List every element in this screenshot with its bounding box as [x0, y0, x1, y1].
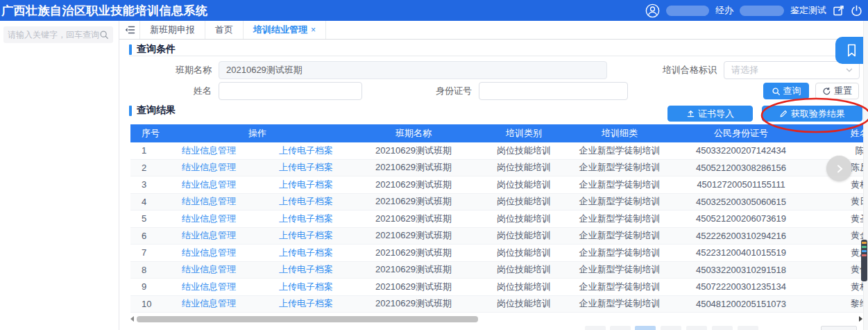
- pagination-button[interactable]: [686, 326, 707, 330]
- table-row: 6 结业信息管理 上传电子档案 20210629测试班期 岗位技能培训 企业新型…: [130, 228, 864, 245]
- person-name-input[interactable]: [219, 82, 362, 100]
- cell-category: 岗位技能培训: [483, 142, 565, 159]
- cell-id-number: 450325200305060615: [674, 194, 808, 211]
- scroll-next-circle-button[interactable]: [826, 156, 852, 181]
- env-label: 鉴定测试: [790, 4, 826, 17]
- cell-actions: 结业信息管理 上传电子档案: [171, 245, 344, 261]
- pagination-button[interactable]: [738, 326, 758, 330]
- class-name-label: 班期名称: [149, 61, 212, 79]
- graduation-info-link[interactable]: 结业信息管理: [182, 145, 236, 157]
- cell-class-name: 20210629测试班期: [344, 211, 483, 227]
- horizontal-scrollbar[interactable]: [130, 315, 864, 323]
- cell-seq: 8: [130, 262, 171, 279]
- upload-archive-link[interactable]: 上传电子档案: [279, 145, 333, 157]
- table-row: 4 结业信息管理 上传电子档案 20210629测试班期 岗位技能培训 企业新型…: [130, 194, 864, 211]
- cell-actions: 结业信息管理 上传电子档案: [171, 228, 344, 245]
- cell-subcategory: 企业新型学徒制培训: [565, 176, 674, 193]
- cell-id-number: 450521200308286156: [674, 160, 808, 176]
- upload-archive-link[interactable]: 上传电子档案: [279, 179, 333, 191]
- search-button[interactable]: 查询: [763, 83, 809, 99]
- sidebar-search-input[interactable]: [8, 30, 99, 40]
- pagination-button[interactable]: [610, 326, 631, 330]
- redacted-user-name: [666, 6, 709, 16]
- cell-id-number: 450332200207142434: [674, 142, 808, 159]
- section-accent-bar: [129, 44, 132, 55]
- cell-class-name: 20210629测试班期: [344, 194, 483, 211]
- scroll-right-icon[interactable]: [859, 316, 862, 322]
- horizontal-scrollbar-thumb[interactable]: [137, 316, 478, 322]
- cell-seq: 2: [130, 160, 171, 176]
- graduation-info-link[interactable]: 结业信息管理: [182, 247, 236, 259]
- pagination-current-page[interactable]: [635, 326, 656, 330]
- upload-archive-link[interactable]: 上传电子档案: [279, 297, 333, 310]
- cell-id-number: 450722200301235134: [674, 279, 808, 295]
- graduation-info-link[interactable]: 结业信息管理: [182, 195, 236, 208]
- cell-actions: 结业信息管理 上传电子档案: [171, 160, 344, 176]
- upload-archive-link[interactable]: 上传电子档案: [279, 213, 333, 225]
- upload-archive-link[interactable]: 上传电子档案: [279, 281, 333, 293]
- cell-category: 岗位技能培训: [483, 194, 565, 211]
- close-tab-icon[interactable]: ×: [311, 25, 316, 35]
- cell-actions: 结业信息管理 上传电子档案: [171, 296, 344, 313]
- cell-category: 岗位技能培训: [483, 296, 565, 313]
- upload-archive-link[interactable]: 上传电子档案: [279, 247, 333, 259]
- cell-seq: 9: [130, 279, 171, 295]
- pagination-button[interactable]: [585, 326, 606, 330]
- upload-archive-link[interactable]: 上传电子档案: [279, 161, 333, 174]
- graduation-info-link[interactable]: 结业信息管理: [182, 229, 236, 242]
- chevron-right-icon: [834, 163, 845, 174]
- cell-class-name: 20210629测试班期: [344, 176, 483, 193]
- refresh-icon: [822, 87, 831, 96]
- cell-actions: 结业信息管理 上传电子档案: [171, 176, 344, 193]
- cell-class-name: 20210629测试班期: [344, 245, 483, 261]
- tab-new-class-application[interactable]: 新班期申报: [140, 21, 205, 39]
- certificate-import-button[interactable]: 证书导入: [667, 106, 753, 122]
- results-table: 序号 操作 班期名称 培训类别 培训细类 公民身份证号 姓名 1 结业信息管理 …: [130, 124, 864, 313]
- vertical-scrollbar-track[interactable]: [863, 21, 868, 330]
- graduation-info-link[interactable]: 结业信息管理: [182, 161, 236, 174]
- graduation-info-link[interactable]: 结业信息管理: [182, 263, 236, 276]
- cell-id-number: 450521200206073619: [674, 211, 808, 227]
- reset-button[interactable]: 重置: [815, 83, 859, 99]
- scroll-left-icon[interactable]: [130, 316, 134, 322]
- graduation-info-link[interactable]: 结业信息管理: [182, 179, 236, 191]
- table-row: 2 结业信息管理 上传电子档案 20210629测试班期 岗位技能培训 企业新型…: [130, 160, 864, 177]
- edit-profile-icon[interactable]: [833, 5, 844, 17]
- table-header-row: 序号 操作 班期名称 培训类别 培训细类 公民身份证号 姓名: [130, 124, 864, 142]
- sidebar-search-box[interactable]: [3, 26, 113, 43]
- table-row: 3 结业信息管理 上传电子档案 20210629测试班期 岗位技能培训 企业新型…: [130, 176, 864, 194]
- cell-class-name: 20210629测试班期: [344, 142, 483, 159]
- upload-archive-link[interactable]: 上传电子档案: [279, 195, 333, 208]
- search-icon: [772, 87, 781, 96]
- class-name-input[interactable]: [219, 61, 607, 79]
- tab-home[interactable]: 首页: [205, 21, 244, 39]
- collapse-menu-icon[interactable]: [119, 21, 140, 39]
- graduation-info-link[interactable]: 结业信息管理: [182, 213, 236, 225]
- cell-subcategory: 企业新型学徒制培训: [565, 211, 674, 227]
- cell-seq: 10: [130, 296, 171, 313]
- fetch-voucher-results-button[interactable]: 获取验券结果: [762, 106, 862, 122]
- tab-bar: 新班期申报 首页 培训结业管理 ×: [119, 21, 868, 40]
- header-user-area: 经办 鉴定测试: [645, 3, 868, 18]
- tab-training-completion-management[interactable]: 培训结业管理 ×: [244, 21, 326, 39]
- cell-category: 岗位技能培训: [483, 160, 565, 176]
- logout-power-icon[interactable]: [851, 5, 862, 17]
- cell-actions: 结业信息管理 上传电子档案: [171, 194, 344, 211]
- vertical-scrollbar-thumb[interactable]: [861, 240, 867, 281]
- cell-name: 黄柏: [808, 279, 864, 295]
- pagination-jump-box[interactable]: [821, 326, 857, 330]
- user-role-text: 经办: [715, 4, 733, 17]
- pagination-button[interactable]: [712, 326, 733, 330]
- cell-class-name: 20210629测试班期: [344, 160, 483, 176]
- qualified-flag-select[interactable]: 请选择: [724, 61, 860, 79]
- id-number-input[interactable]: [479, 82, 628, 100]
- cell-actions: 结业信息管理 上传电子档案: [171, 142, 344, 159]
- graduation-info-link[interactable]: 结业信息管理: [182, 297, 236, 310]
- pagination-button[interactable]: [661, 326, 681, 330]
- upload-archive-link[interactable]: 上传电子档案: [279, 263, 333, 276]
- cell-seq: 5: [130, 211, 171, 227]
- graduation-info-link[interactable]: 结业信息管理: [182, 281, 236, 293]
- upload-archive-link[interactable]: 上传电子档案: [279, 229, 333, 242]
- cell-name: 黄思: [808, 245, 864, 261]
- user-avatar-icon[interactable]: [645, 3, 660, 18]
